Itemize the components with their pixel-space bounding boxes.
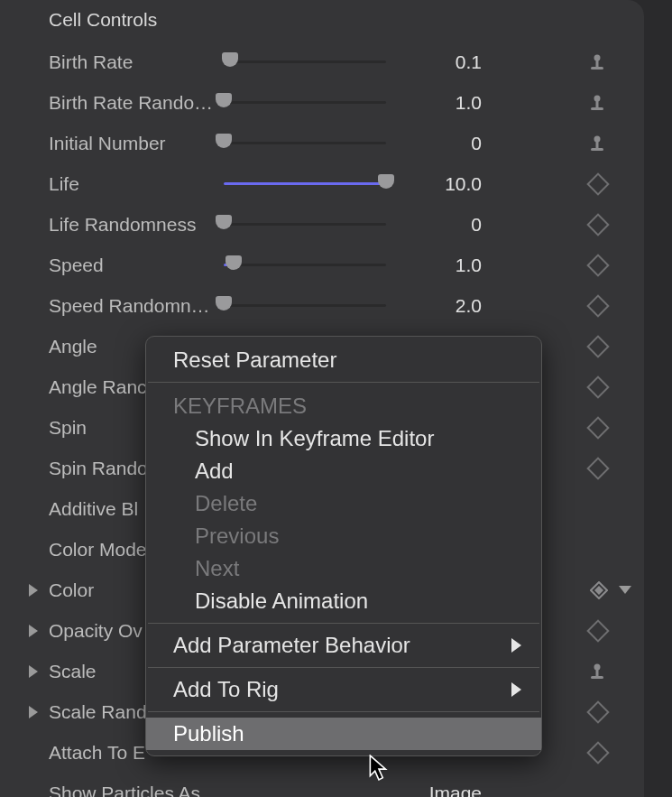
keyframe-icon[interactable] (586, 294, 609, 317)
keyframe-icon[interactable] (586, 254, 609, 276)
parameter-row: Speed1.0 (0, 245, 644, 285)
slider-thumb[interactable] (378, 174, 394, 189)
parameter-row: Speed Randomn…2.0 (0, 285, 644, 326)
rig-icon[interactable] (588, 94, 606, 112)
keyframe-icon[interactable] (586, 700, 609, 723)
slider-thumb[interactable] (226, 255, 242, 270)
menu-previous-keyframe: Previous (146, 520, 541, 552)
svg-marker-10 (594, 586, 603, 595)
slider-track (224, 304, 386, 307)
svg-rect-7 (596, 141, 599, 148)
parameter-label: Life (49, 173, 220, 195)
disclosure-triangle-icon[interactable] (29, 665, 38, 678)
menu-delete-keyframe: Delete (146, 487, 541, 520)
slider[interactable] (224, 256, 386, 274)
menu-next-keyframe: Next (146, 552, 541, 585)
submenu-arrow-icon (511, 638, 521, 653)
slider-thumb[interactable] (216, 93, 232, 107)
parameter-row: Birth Rate0.1 (0, 42, 644, 82)
scrollbar[interactable] (645, 0, 672, 797)
svg-rect-4 (596, 100, 599, 107)
chevron-down-icon[interactable] (619, 586, 631, 594)
menu-separator (148, 382, 539, 383)
menu-show-in-keyframe-editor[interactable]: Show In Keyframe Editor (146, 422, 541, 455)
parameter-label: Speed Randomn… (49, 295, 220, 317)
menu-publish[interactable]: Publish (146, 718, 541, 750)
parameter-label: Speed (49, 255, 220, 276)
context-menu: Reset Parameter KEYFRAMES Show In Keyfra… (145, 336, 542, 756)
parameter-label: Life Randomness (49, 214, 220, 236)
menu-add-keyframe[interactable]: Add (146, 455, 541, 487)
parameter-value[interactable]: Image (400, 783, 482, 798)
disclosure-triangle-icon[interactable] (29, 625, 38, 637)
keyframe-icon[interactable] (586, 457, 609, 479)
menu-separator (148, 711, 539, 712)
menu-item-label: Add Parameter Behavior (173, 633, 410, 657)
keyframe-icon[interactable] (586, 213, 609, 236)
menu-item-label: Add To Rig (173, 677, 279, 701)
slider[interactable] (224, 134, 386, 153)
slider-track (224, 223, 386, 226)
menu-keyframes-heading: KEYFRAMES (146, 388, 541, 422)
parameter-row: Show Particles AsImage (0, 773, 644, 797)
svg-rect-5 (591, 107, 603, 110)
slider-track (224, 101, 386, 104)
keyframe-icon[interactable] (586, 335, 609, 357)
menu-add-parameter-behavior[interactable]: Add Parameter Behavior (146, 629, 541, 662)
menu-separator (148, 623, 539, 624)
slider-fill (224, 182, 386, 185)
parameter-value[interactable]: 10.0 (400, 173, 482, 195)
svg-rect-8 (591, 148, 603, 151)
slider-track (224, 142, 386, 144)
menu-reset-parameter[interactable]: Reset Parameter (146, 344, 541, 376)
submenu-arrow-icon (511, 682, 521, 697)
parameter-row: Birth Rate Rando…1.0 (0, 82, 644, 123)
menu-separator (148, 667, 539, 668)
menu-disable-animation[interactable]: Disable Animation (146, 585, 541, 617)
svg-rect-1 (596, 60, 599, 67)
svg-rect-12 (596, 669, 599, 676)
slider-thumb[interactable] (222, 52, 238, 67)
slider-track (224, 60, 386, 63)
parameter-value[interactable]: 1.0 (400, 255, 482, 276)
slider[interactable] (224, 297, 386, 315)
disclosure-triangle-icon[interactable] (29, 584, 38, 597)
svg-rect-2 (591, 67, 603, 70)
slider[interactable] (224, 94, 386, 112)
slider[interactable] (224, 53, 386, 71)
parameter-label: Initial Number (49, 133, 220, 154)
slider[interactable] (224, 175, 386, 193)
keyframe-icon[interactable] (586, 375, 609, 398)
slider-track (224, 264, 386, 266)
parameter-label: Birth Rate Rando… (49, 92, 220, 114)
rig-icon[interactable] (588, 663, 606, 681)
keyframe-icon[interactable] (586, 741, 609, 764)
parameter-row: Life10.0 (0, 163, 644, 204)
section-title: Cell Controls (49, 9, 644, 31)
keyframe-icon[interactable] (586, 619, 609, 642)
slider-thumb[interactable] (216, 134, 232, 148)
parameter-row: Life Randomness0 (0, 204, 644, 245)
disclosure-triangle-icon[interactable] (29, 706, 38, 718)
parameter-label: Show Particles As (49, 783, 220, 798)
svg-rect-13 (591, 676, 603, 679)
keyframe-icon[interactable] (586, 172, 609, 195)
menu-add-to-rig[interactable]: Add To Rig (146, 673, 541, 706)
parameter-label: Birth Rate (49, 51, 220, 73)
rig-icon[interactable] (588, 53, 606, 71)
keyframe-icon[interactable] (590, 581, 608, 599)
parameter-value[interactable]: 1.0 (400, 92, 482, 114)
parameter-value[interactable]: 2.0 (400, 295, 482, 317)
slider-thumb[interactable] (216, 296, 232, 310)
parameter-row: Initial Number0 (0, 123, 644, 163)
parameter-value[interactable]: 0.1 (400, 51, 482, 73)
parameter-value[interactable]: 0 (400, 133, 482, 154)
slider[interactable] (224, 216, 386, 234)
keyframe-icon[interactable] (586, 416, 609, 439)
rig-icon[interactable] (588, 134, 606, 153)
slider-thumb[interactable] (216, 215, 232, 229)
parameter-value[interactable]: 0 (400, 214, 482, 236)
